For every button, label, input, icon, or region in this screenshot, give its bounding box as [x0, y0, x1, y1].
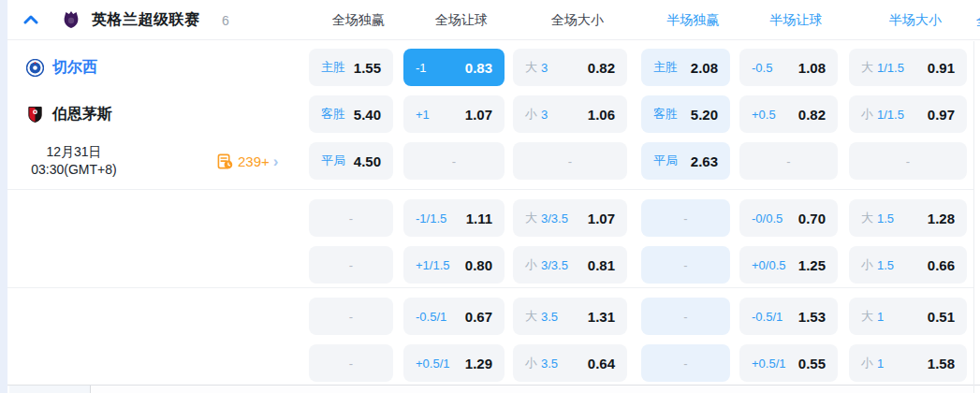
odds-cell[interactable]: 大10.51 [849, 298, 967, 335]
odds-cell[interactable]: +0/0.51.25 [739, 246, 838, 284]
odds-cell[interactable]: -0.51.08 [739, 49, 838, 86]
odds-label: 大3.5 [525, 308, 558, 325]
odds-cell[interactable]: 大30.82 [513, 49, 627, 86]
odds-cell[interactable]: 大3/3.51.07 [513, 199, 627, 237]
odds-cell[interactable]: -10.83 [403, 49, 505, 86]
odds-label: -0.5 [752, 61, 772, 75]
odds-cell[interactable]: 小31.06 [513, 95, 627, 133]
odds-value: 0.55 [798, 356, 826, 371]
over-under-prefix: 大 [861, 59, 873, 76]
odds-label: 大1.5 [861, 210, 894, 226]
odds-value: 0.80 [465, 257, 492, 273]
odds-value: 1.28 [928, 211, 955, 226]
empty-value: - [349, 211, 353, 226]
over-under-prefix: 小 [861, 106, 873, 123]
empty-value: - [683, 357, 687, 371]
odds-value: 1.55 [354, 60, 381, 76]
odds-label: +1/1.5 [416, 258, 450, 272]
odds-value: 1.06 [588, 107, 615, 123]
odds-cell[interactable]: +0.50.82 [739, 95, 838, 133]
home-team-row[interactable]: 切尔西 [26, 49, 97, 86]
empty-odds-cell: - [309, 344, 393, 382]
odds-cell[interactable]: +0.5/11.29 [403, 344, 505, 382]
odds-value: 1.29 [465, 356, 492, 371]
over-under-prefix: 小 [525, 256, 537, 273]
handicap-line: 1 [877, 357, 884, 371]
odds-value: 5.40 [354, 107, 381, 123]
odds-cell[interactable]: 小1.50.66 [849, 246, 967, 284]
home-team-crest-icon [26, 59, 44, 77]
odds-value: 1.07 [588, 211, 615, 226]
over-under-prefix: 大 [525, 308, 537, 325]
odds-board: 英格兰超级联赛 6 全场独赢 全场让球 全场大小 半场独赢 半场让球 半场大小 … [0, 0, 980, 393]
odds-cell[interactable]: 小11.58 [849, 344, 967, 382]
home-team-name: 切尔西 [52, 58, 97, 78]
handicap-line: 3.5 [541, 357, 558, 371]
odds-label: 小1 [861, 355, 884, 371]
handicap-line: 1 [877, 310, 884, 324]
odds-label: 平局 [321, 153, 345, 169]
odds-cell[interactable]: 客胜5.40 [309, 95, 393, 133]
next-section-preview-cell [9, 386, 90, 393]
odds-cell[interactable]: 大3.51.31 [513, 298, 627, 335]
odds-value: 1.08 [798, 60, 826, 76]
empty-value: - [452, 154, 456, 168]
away-team-row[interactable]: 伯恩茅斯 [26, 95, 112, 133]
odds-cell[interactable]: 平局2.63 [641, 142, 730, 180]
odds-value: 1.25 [798, 257, 826, 273]
chevron-up-icon [23, 15, 38, 24]
odds-cell[interactable]: 客胜5.20 [641, 95, 730, 133]
odds-cell[interactable]: 平局4.50 [309, 142, 393, 180]
odds-value: 0.66 [928, 257, 955, 273]
odds-cell[interactable]: +1/1.50.80 [403, 246, 505, 284]
odds-cell[interactable]: 小3.50.64 [513, 344, 627, 382]
over-under-prefix: 大 [525, 210, 537, 226]
odds-label: -1/1.5 [416, 211, 446, 226]
odds-cell[interactable]: -0.5/10.67 [403, 298, 505, 335]
odds-value: 5.20 [691, 107, 718, 123]
over-under-prefix: 大 [861, 308, 873, 325]
away-team-name: 伯恩茅斯 [52, 105, 112, 124]
odds-cell[interactable]: +11.07 [403, 95, 505, 133]
odds-value: 0.91 [928, 60, 955, 76]
odds-value: 1.58 [928, 356, 955, 371]
league-header: 英格兰超级联赛 6 全场独赢 全场让球 全场大小 半场独赢 半场让球 半场大小 [7, 0, 980, 40]
collapse-section-button[interactable] [21, 10, 41, 29]
odds-cell[interactable]: -1/1.51.11 [403, 199, 505, 237]
odds-cell[interactable]: 大1/1.50.91 [849, 49, 967, 86]
odds-label: -0/0.5 [752, 211, 783, 226]
odds-value: 1.11 [466, 211, 492, 226]
empty-odds-cell: - [513, 142, 627, 180]
odds-label: 小3/3.5 [525, 256, 568, 273]
odds-label: +0/0.5 [752, 258, 786, 272]
chevron-right-icon: › [273, 153, 279, 169]
handicap-line: 1.5 [877, 258, 894, 272]
odds-label: 小3 [525, 106, 548, 123]
odds-cell[interactable]: 主胜1.55 [309, 49, 393, 86]
empty-odds-cell: - [309, 298, 393, 335]
odds-cell[interactable]: 大1.51.28 [849, 199, 967, 237]
empty-value: - [349, 310, 353, 324]
odds-cell[interactable]: 主胜2.08 [641, 49, 730, 86]
odds-value: 0.97 [928, 107, 955, 123]
more-markets-link[interactable]: 239+ › [217, 142, 278, 180]
odds-cell[interactable]: -0/0.50.70 [739, 199, 838, 237]
over-under-prefix: 小 [861, 256, 873, 273]
left-margin-strip [0, 0, 7, 393]
handicap-line: 3 [541, 61, 548, 75]
odds-label: +1 [416, 108, 430, 122]
odds-label: -1 [416, 61, 427, 75]
odds-label: 大3 [525, 59, 548, 76]
odds-cell[interactable]: 小3/3.50.81 [513, 246, 627, 284]
odds-value: 2.63 [691, 153, 718, 169]
match-date: 12月31日 [46, 143, 101, 161]
odds-cell[interactable]: -0.5/11.53 [739, 298, 838, 335]
empty-value: - [786, 154, 790, 168]
odds-cell[interactable]: +0.5/10.55 [739, 344, 838, 382]
odds-value: 0.51 [928, 309, 955, 325]
odds-cell[interactable]: 小1/1.50.97 [849, 95, 967, 133]
odds-value: 2.08 [691, 60, 718, 76]
odds-label: 客胜 [653, 106, 678, 123]
odds-label: 大1/1.5 [861, 59, 904, 76]
column-header-ht-handicap: 半场让球 [747, 0, 845, 40]
